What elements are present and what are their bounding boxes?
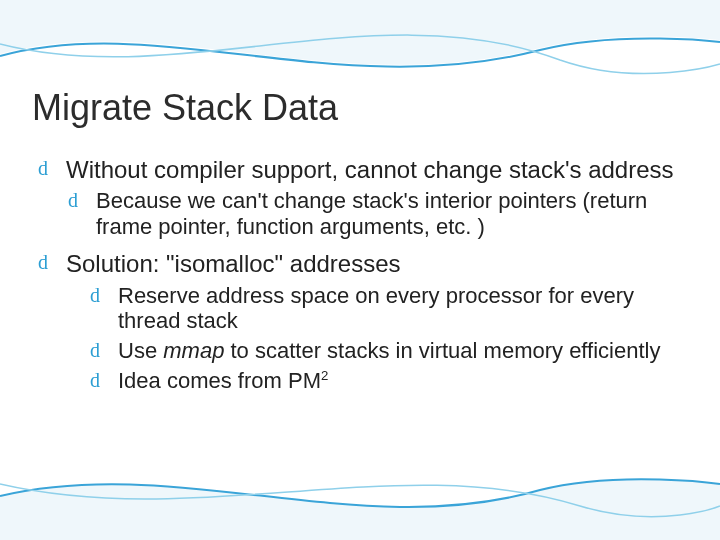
slide-content: d Without compiler support, cannot chang… [38, 150, 682, 394]
bullet-item: d Reserve address space on every process… [38, 283, 682, 335]
bullet-text: Reserve address space on every processor… [118, 283, 634, 334]
slide: Migrate Stack Data d Without compiler su… [0, 0, 720, 540]
decorative-wave-top [0, 0, 720, 90]
bullet-item: d Use mmap to scatter stacks in virtual … [38, 338, 682, 364]
bullet-item: d Because we can't change stack's interi… [38, 188, 682, 240]
slide-title: Migrate Stack Data [32, 88, 338, 128]
bullet-text: Use mmap to scatter stacks in virtual me… [118, 338, 660, 363]
text-fragment-emphasis: mmap [163, 338, 224, 363]
bullet-item: d Idea comes from PM2 [38, 368, 682, 394]
text-fragment-superscript: 2 [321, 368, 328, 383]
text-fragment: to scatter stacks in virtual memory effi… [224, 338, 660, 363]
bullet-icon: d [38, 156, 48, 180]
text-fragment: Idea comes from PM [118, 368, 321, 393]
bullet-icon: d [68, 188, 78, 212]
bullet-icon: d [90, 368, 100, 392]
decorative-wave-bottom [0, 450, 720, 540]
bullet-icon: d [90, 283, 100, 307]
bullet-item: d Solution: "isomalloc" addresses [38, 250, 682, 278]
bullet-item: d Without compiler support, cannot chang… [38, 156, 682, 184]
bullet-text: Without compiler support, cannot change … [66, 156, 674, 183]
text-fragment: Use [118, 338, 163, 363]
bullet-text: Because we can't change stack's interior… [96, 188, 647, 239]
bullet-text: Idea comes from PM2 [118, 368, 328, 393]
bullet-icon: d [38, 250, 48, 274]
bullet-icon: d [90, 338, 100, 362]
bullet-text: Solution: "isomalloc" addresses [66, 250, 401, 277]
